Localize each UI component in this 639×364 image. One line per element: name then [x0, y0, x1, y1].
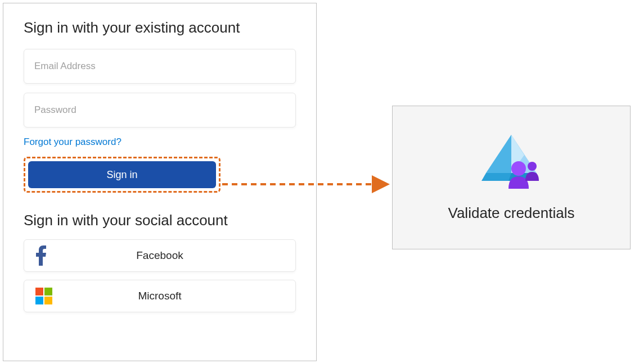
validate-credentials-label: Validate credentials	[448, 204, 575, 222]
facebook-label: Facebook	[35, 249, 284, 262]
email-input[interactable]	[24, 49, 296, 84]
arrow-icon	[222, 173, 397, 195]
azure-ad-b2c-icon	[480, 134, 542, 192]
microsoft-label: Microsoft	[35, 290, 284, 302]
signin-button[interactable]: Sign in	[28, 161, 216, 188]
validate-credentials-box: Validate credentials	[392, 106, 631, 249]
microsoft-button[interactable]: Microsoft	[24, 280, 296, 312]
svg-marker-6	[486, 135, 511, 173]
social-heading: Sign in with your social account	[24, 212, 296, 229]
forgot-password-link[interactable]: Forgot your password?	[24, 136, 122, 148]
svg-point-11	[528, 162, 537, 171]
svg-point-10	[511, 161, 526, 176]
facebook-button[interactable]: Facebook	[24, 239, 296, 272]
signin-heading: Sign in with your existing account	[24, 19, 296, 37]
signin-button-highlight: Sign in	[24, 157, 220, 193]
password-input[interactable]	[24, 93, 296, 128]
